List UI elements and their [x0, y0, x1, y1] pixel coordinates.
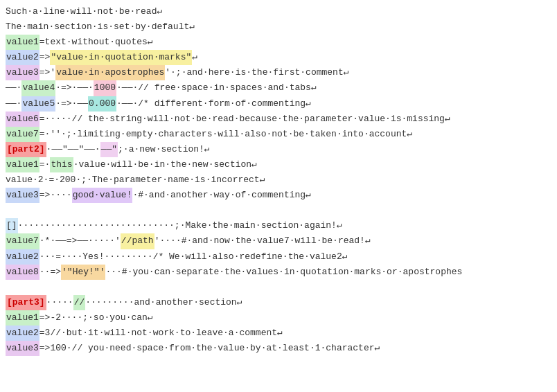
text: ·value·will·be·in·the·new·section↵	[73, 157, 257, 172]
line-l11: value1 =· this ·value·will·be·in·the·new…	[6, 157, 551, 172]
value: "value·in·quotation·marks"	[50, 50, 192, 65]
key: value2	[6, 249, 39, 265]
key: value2	[6, 326, 39, 341]
line-l18: value8 ··=> '"Hey!"' ···#·you·can·separa…	[6, 265, 551, 280]
text: ――·	[6, 80, 21, 96]
text: ·――"――"――·	[46, 142, 100, 157]
text: =>'	[39, 65, 55, 80]
value: 1000	[94, 80, 116, 96]
key: value7	[6, 233, 39, 249]
key: value4	[21, 80, 55, 96]
text: =>100·// you·need·space·from·the·value·b…	[39, 341, 380, 356]
text: ――"	[100, 142, 118, 157]
text: ·····························;·Make·the·…	[18, 218, 342, 233]
key: value2	[6, 50, 39, 65]
text: '····#·and·now·the·value7·will·be·read!↵	[154, 233, 371, 249]
key: value3	[6, 341, 39, 356]
line-l16: value7 ·*·――=>――·····' //path '····#·and…	[6, 233, 551, 249]
value: this	[50, 157, 73, 172]
text: ·=>·――·	[55, 80, 94, 96]
text: ···#·you·can·separate·the·values·in·quot…	[105, 265, 462, 280]
value: 0.000	[88, 96, 116, 112]
line-l15: [] ·····························;·Make·t…	[6, 218, 551, 233]
text: ·*·――=>――·····'	[39, 233, 121, 249]
line-l6: ――· value4 ·=>·――· 1000 ·――·// free·spac…	[6, 80, 551, 96]
text: =·''·;·limiting·empty·characters·will·al…	[39, 127, 412, 142]
text: =>-2····;·so·you·can↵	[39, 310, 153, 326]
key: value6	[6, 112, 39, 127]
key: value1	[6, 310, 39, 326]
text: ·········and·another·section↵	[85, 295, 242, 310]
value: good·value!	[72, 188, 133, 203]
text: =·····// the·string·will·not·be·read·bec…	[39, 112, 450, 127]
text: Such·a·line·will·not·be·read↵	[6, 4, 162, 19]
text: ――·	[6, 96, 21, 112]
line-l12: value·2·=·200·;·The·parameter·name·is·in…	[6, 172, 551, 188]
text: ·=>·――	[55, 96, 88, 112]
line-blank1	[6, 203, 551, 218]
line-l9: value7 =·''·;·limiting·empty·characters·…	[6, 127, 551, 142]
key: value5	[21, 96, 55, 112]
text: ·――·/* different·form·of·commenting↵	[116, 96, 311, 112]
value: '"Hey!"'	[61, 265, 105, 280]
key: value3	[6, 188, 39, 203]
text: ·――·// free·space·in·spaces·and·tabs↵	[116, 80, 317, 96]
line-l2: The·main·section·is·set·by·default↵	[6, 19, 551, 35]
text: ··=>	[39, 265, 61, 280]
line-l8: value6 =·····// the·string·will·not·be·r…	[6, 112, 551, 127]
section-name: [part3]	[6, 295, 46, 310]
text: =·	[39, 157, 51, 172]
key: value1	[6, 35, 39, 50]
text: '·;·and·here·is·the·first·comment↵	[165, 65, 348, 80]
section-name: []	[6, 218, 18, 233]
text: The·main·section·is·set·by·default↵	[6, 19, 195, 35]
text: ···=····Yes!·········/* We·will·also·red…	[39, 249, 348, 265]
line-l23: value3 =>100·// you·need·space·from·the·…	[6, 341, 551, 356]
line-l5: value3 =>' value·in·apostrophes '·;·and·…	[6, 65, 551, 80]
text: ·#·and·another·way·of·commenting↵	[132, 188, 310, 203]
line-l22: value2 =3//·but·it·will·not·work·to·leav…	[6, 326, 551, 341]
value: value·in·apostrophes	[55, 65, 165, 80]
text: //	[73, 295, 86, 310]
value: //path	[121, 233, 154, 249]
line-l1: Such·a·line·will·not·be·read↵	[6, 4, 551, 19]
text: =>····	[39, 188, 72, 203]
text: =3//·but·it·will·not·work·to·leave·a·com…	[39, 326, 283, 341]
text: =>	[39, 50, 51, 65]
line-l7: ――· value5 ·=>·―― 0.000 ·――·/* different…	[6, 96, 551, 112]
line-l20: [part3] ····· // ·········and·another·se…	[6, 295, 551, 310]
section-name: [part2]	[6, 142, 46, 157]
key: value1	[6, 157, 39, 172]
text: ↵	[192, 50, 197, 65]
text: ;·a·new·section!↵	[118, 142, 210, 157]
text: value·2·=·200·;·The·parameter·name·is·in…	[6, 172, 265, 188]
line-l21: value1 =>-2····;·so·you·can↵	[6, 310, 551, 326]
line-l3: value1 =text·without·quotes↵	[6, 35, 551, 50]
line-blank2	[6, 280, 551, 295]
text: =text·without·quotes↵	[39, 35, 153, 50]
key: value7	[6, 127, 39, 142]
key: value3	[6, 65, 39, 80]
text: ·····	[46, 295, 73, 310]
line-l10: [part2] ·――"――"――· ――" ;·a·new·section!↵	[6, 142, 551, 157]
line-l4: value2 => "value·in·quotation·marks" ↵	[6, 50, 551, 65]
code-display: Such·a·line·will·not·be·read↵ The·main·s…	[6, 4, 551, 356]
key: value8	[6, 265, 39, 280]
line-l13: value3 =>···· good·value! ·#·and·another…	[6, 188, 551, 203]
line-l17: value2 ···=····Yes!·········/* We·will·a…	[6, 249, 551, 265]
